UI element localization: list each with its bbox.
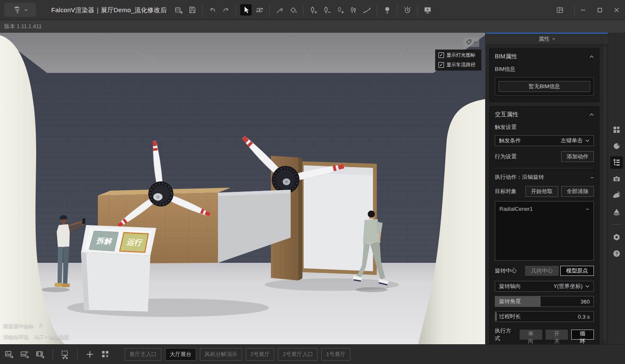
rotate-axis-dropdown[interactable]: 旋转轴向 Y(世界坐标) (495, 281, 594, 292)
field-label: 旋转角度 (499, 298, 521, 305)
option-show-traffic-path[interactable]: ✓ 显示车流路径 (439, 62, 478, 68)
remove-target-icon[interactable]: − (586, 205, 589, 212)
title-bar: FalconV渲染器｜展厅Demo_流化修改后 EXE (0, 0, 625, 20)
scene-button-disassemble-label: 拆解 (95, 236, 114, 246)
view-bookmark-hall-stage[interactable]: 大厅展台 (165, 348, 196, 361)
mode-switch-toggle[interactable]: 开关 (546, 330, 568, 340)
app-logo-menu[interactable] (4, 3, 36, 17)
scene-canvas[interactable]: 拆解 运行 (0, 33, 485, 344)
rotate-angle-input[interactable]: 旋转角度 360 (495, 296, 594, 307)
chevron-up-icon[interactable] (589, 113, 594, 116)
target-label: 目标对象 (495, 188, 517, 195)
target-list-item[interactable]: RadialCener1 − (499, 204, 589, 212)
camera-icon[interactable] (610, 173, 623, 185)
crop-screenshot-button[interactable] (59, 348, 71, 360)
panel-scrollbar[interactable] (604, 46, 607, 342)
svg-text:EXE: EXE (176, 8, 180, 10)
tab-properties[interactable]: 属性 × (486, 33, 608, 44)
target-row: 目标对象 开始拾取 全部清除 (495, 186, 594, 197)
checkbox-checked-icon[interactable]: ✓ (439, 62, 444, 68)
export-exe-button[interactable]: EXE (173, 4, 184, 16)
close-button[interactable] (608, 0, 625, 20)
undo-button[interactable] (207, 4, 218, 16)
mode-once-toggle[interactable]: 单向 (520, 330, 542, 340)
help-icon[interactable]: ? (610, 247, 623, 260)
checkbox-checked-icon[interactable]: ✓ (439, 52, 444, 58)
orbit-tool-button[interactable] (254, 4, 265, 16)
vegetation-add-button[interactable] (307, 4, 319, 16)
display-options-button[interactable] (463, 37, 479, 47)
center-geometry-toggle[interactable]: 几何中心 (525, 266, 559, 276)
toolbar-separator (397, 5, 397, 15)
view-bookmark-hall2-entrance[interactable]: 2号展厅入口 (278, 348, 318, 361)
target-item-name: RadialCener1 (499, 206, 533, 212)
chevron-up-icon[interactable] (589, 55, 594, 58)
scene-button-run-label: 运行 (126, 238, 144, 247)
interaction-section: 交互属性 触发设置 触发条件 左键单击 行为设置 添加动作 执行动作：沿轴旋转 … (489, 106, 599, 344)
collapse-action-icon[interactable]: − (590, 174, 594, 181)
view-bookmark-turbine-demo[interactable]: 风机分解演示 (200, 348, 242, 361)
assets-library-icon[interactable] (610, 123, 623, 136)
side-toolbar-separator (612, 224, 621, 225)
path-tool-button[interactable] (361, 4, 373, 16)
chevron-down-icon (473, 40, 477, 44)
version-text: 版本 1.11.1.411 (4, 23, 42, 29)
hint-action: 聚焦选中物体 (3, 322, 34, 330)
export-video-button[interactable] (34, 348, 46, 360)
view-grid-button[interactable] (100, 348, 111, 360)
view-bookmark-hall1[interactable]: 1号展厅 (321, 348, 350, 361)
layout-grid-button[interactable] (551, 0, 568, 20)
action-row: 执行动作：沿轴旋转 − (495, 173, 594, 181)
redo-button[interactable] (220, 4, 231, 16)
scene-podium[interactable]: 拆解 运行 (81, 225, 156, 312)
add-view-button[interactable] (84, 348, 96, 360)
terrain-icon[interactable] (610, 205, 623, 218)
select-tool-button[interactable] (240, 4, 252, 16)
light-tool-button[interactable] (381, 4, 393, 16)
time-of-day-button[interactable] (402, 4, 413, 16)
panel-body: BIM属性 BIM信息 暂无BIM信息 交互属性 触发设置 触发条件 左键单击 (486, 45, 603, 344)
add-action-button[interactable]: 添加动作 (561, 151, 594, 162)
presentation-mode-button[interactable] (422, 4, 433, 16)
material-sphere-icon[interactable] (610, 140, 623, 152)
view-bookmark-hall2[interactable]: 2号展厅 (246, 348, 274, 361)
bim-section-header[interactable]: BIM属性 (495, 53, 594, 60)
maximize-button[interactable] (591, 0, 608, 20)
bim-section: BIM属性 BIM信息 暂无BIM信息 (489, 48, 599, 102)
view-bookmark-main-entrance[interactable]: 展厅主入口 (125, 348, 161, 361)
save-button[interactable] (186, 4, 198, 16)
bim-empty-button[interactable]: 暂无BIM信息 (499, 81, 590, 92)
viewport-3d[interactable]: 拆解 运行 (0, 33, 485, 344)
interaction-section-header[interactable]: 交互属性 (495, 111, 594, 118)
weather-icon[interactable] (610, 189, 623, 202)
section-title: 交互属性 (495, 111, 518, 118)
center-model-origin-toggle[interactable]: 模型原点 (560, 266, 594, 276)
chevron-down-icon (585, 139, 590, 142)
option-label: 显示灯光图标 (446, 52, 475, 58)
minimize-button[interactable] (575, 0, 591, 20)
trigger-condition-dropdown[interactable]: 触发条件 左键单击 (495, 135, 594, 146)
tab-close-icon[interactable]: × (552, 36, 555, 42)
duration-input[interactable]: 过程时长 0.3 s (495, 311, 594, 322)
target-list[interactable]: RadialCener1 − (495, 201, 594, 261)
toolbar-separator (202, 5, 202, 15)
properties-list-icon[interactable] (610, 156, 623, 169)
settings-icon[interactable] (610, 231, 623, 244)
paint-fill-tool-button[interactable] (287, 4, 299, 16)
mode-loop-toggle[interactable]: 循环 (571, 330, 594, 340)
field-value: 0.3 s (578, 314, 590, 320)
bottom-separator (77, 349, 78, 360)
version-bar: 版本 1.11.1.411 (0, 20, 625, 33)
behavior-label: 行为设置 (495, 153, 517, 160)
hint-action: 沿物体环视 (3, 333, 29, 340)
clear-all-button[interactable]: 全部清除 (561, 186, 594, 197)
export-ai-image-button[interactable]: AI (19, 348, 31, 360)
vegetation-multi-button[interactable] (348, 4, 359, 16)
vegetation-remove-button[interactable] (321, 4, 332, 16)
eyedropper-tool-button[interactable] (274, 4, 285, 16)
export-image-button[interactable] (3, 348, 15, 360)
vegetation-area-button[interactable] (334, 4, 346, 16)
pick-target-button[interactable]: 开始拾取 (525, 186, 558, 197)
option-show-light-icons[interactable]: ✓ 显示灯光图标 (439, 52, 478, 58)
svg-text:?: ? (615, 251, 618, 256)
